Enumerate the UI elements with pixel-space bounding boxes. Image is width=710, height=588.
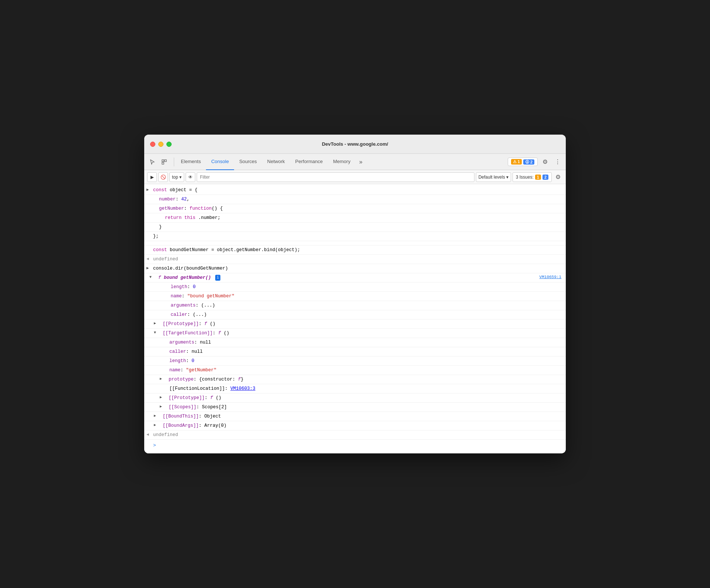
tree-arguments: arguments: (...) xyxy=(144,301,566,310)
svg-rect-2 xyxy=(162,162,164,164)
devtools-tab-bar: Elements Console Sources Network Perform… xyxy=(144,154,566,170)
prompt-arrow: > xyxy=(153,442,156,450)
tree-tf-caller: caller: null xyxy=(144,347,566,356)
live-expressions-btn[interactable]: 👁 xyxy=(186,172,195,182)
output-undefined-2: ◀ undefined xyxy=(144,430,566,440)
console-toolbar: ▶ 🚫 top ▾ 👁 Default levels ▾ 3 Issues: 1… xyxy=(144,170,566,184)
issues-warning-count: 1 xyxy=(535,175,541,180)
tree-boundthis: [[BoundThis]]: Object xyxy=(144,412,566,421)
maximize-button[interactable] xyxy=(166,142,172,147)
tab-elements[interactable]: Elements xyxy=(176,154,206,170)
tree-caller: caller: (...) xyxy=(144,310,566,320)
cursor-icon xyxy=(149,159,155,165)
tf-prototype-triangle[interactable] xyxy=(160,376,164,382)
code-content-3: getNumber: function() { xyxy=(153,205,563,212)
log-levels-selector[interactable]: Default levels ▾ xyxy=(476,172,511,182)
tab-network[interactable]: Network xyxy=(262,154,290,170)
tree-targetfunction-content: [[TargetFunction]]: f () xyxy=(158,330,563,337)
tree-tf-proto2-content: [[Prototype]]: f () xyxy=(163,394,563,402)
console-settings-btn[interactable]: ⚙ xyxy=(553,172,563,182)
close-button[interactable] xyxy=(150,142,155,147)
tree-tf-prototype-content: prototype: {constructor: f} xyxy=(163,376,563,383)
tree-length-content: length: 0 xyxy=(163,283,563,291)
tf-scopes-triangle[interactable] xyxy=(160,404,164,410)
tab-performance[interactable]: Performance xyxy=(290,154,328,170)
code-content-6: }; xyxy=(153,233,563,240)
tab-sources[interactable]: Sources xyxy=(234,154,262,170)
consoledir-content: console.dir(boundGetNunmer) xyxy=(153,265,563,272)
tree-tf-name-content: name: "getNumber" xyxy=(169,366,563,374)
filter-input[interactable] xyxy=(197,172,474,182)
tree-caller-content: caller: (...) xyxy=(163,311,563,318)
minimize-button[interactable] xyxy=(158,142,163,147)
tree-tf-arguments-content: arguments: null xyxy=(169,339,563,346)
tree-tf-prototype: prototype: {constructor: f} xyxy=(144,375,566,384)
more-tabs-button[interactable]: » xyxy=(356,157,366,167)
blank-entry xyxy=(144,241,566,246)
tree-name-content: name: "bound getNumber" xyxy=(163,293,563,300)
svg-rect-0 xyxy=(162,160,164,162)
code-content-2: number: 42, xyxy=(153,196,563,203)
tree-name: name: "bound getNumber" xyxy=(144,292,566,301)
warning-badge: ⚠ 1 xyxy=(511,159,522,165)
tree-root-entry: f bound getNumber() i VM10659:1 xyxy=(144,273,566,283)
code-entry-bind: const boundGetNunmer = object.getNumber.… xyxy=(144,246,566,255)
tree-boundargs: [[BoundArgs]]: Array(0) xyxy=(144,421,566,430)
prototype-triangle[interactable] xyxy=(154,321,158,327)
tf-proto2-triangle[interactable] xyxy=(160,395,164,401)
code-content-4: return this .number; xyxy=(153,214,563,222)
more-options-btn[interactable]: ⋮ xyxy=(552,157,563,167)
issues-badge[interactable]: ⚠ 1 🛈 2 xyxy=(508,158,538,166)
console-output: const object = { number: 42, getNumber: … xyxy=(144,184,566,453)
tree-tf-funclocation-content: [[FunctionLocation]]: VM10603:3 xyxy=(169,385,563,392)
run-script-btn[interactable]: ▶ xyxy=(147,172,157,182)
tree-prototype-content: [[Prototype]]: f () xyxy=(158,320,563,328)
context-selector[interactable]: top ▾ xyxy=(169,172,184,182)
tree-tf-caller-content: caller: null xyxy=(169,348,563,355)
code-content-bind: const boundGetNunmer = object.getNumber.… xyxy=(153,246,563,254)
tab-actions: ⚠ 1 🛈 2 ⚙ ⋮ xyxy=(508,157,563,167)
code-entry-3: getNumber: function() { xyxy=(144,204,566,213)
inspect-icon xyxy=(161,159,167,165)
console-prompt[interactable]: > xyxy=(144,440,566,452)
window-title: DevTools - www.google.com/ xyxy=(322,141,388,147)
output-undefined-1: ◀ undefined xyxy=(144,255,566,264)
boundargs-triangle[interactable] xyxy=(154,422,158,428)
tree-tf-length: length: 0 xyxy=(144,356,566,366)
output-arrow-1: ◀ xyxy=(146,256,149,263)
tab-icon-group xyxy=(147,157,169,167)
settings-icon-btn[interactable]: ⚙ xyxy=(540,157,550,167)
code-content-5: } xyxy=(153,223,563,231)
boundthis-triangle[interactable] xyxy=(154,413,158,419)
targetfunc-triangle[interactable] xyxy=(154,330,158,336)
tree-tf-scopes: [[Scopes]]: Scopes[2] xyxy=(144,403,566,412)
code-entry-2: number: 42, xyxy=(144,195,566,204)
traffic-lights xyxy=(150,142,172,147)
issues-button[interactable]: 3 Issues: 1 2 xyxy=(513,172,552,182)
tab-console[interactable]: Console xyxy=(206,154,234,170)
inspect-icon-btn[interactable] xyxy=(159,157,169,167)
code-entry-6: }; xyxy=(144,232,566,241)
vm-link-1[interactable]: VM10659:1 xyxy=(540,274,561,281)
funclocation-link[interactable]: VM10603:3 xyxy=(230,386,256,391)
output-content-2: undefined xyxy=(153,431,563,439)
tree-length: length: 0 xyxy=(144,283,566,292)
tree-root-content: f bound getNumber() i xyxy=(153,274,563,281)
tree-targetfunction: [[TargetFunction]]: f () xyxy=(144,329,566,338)
tree-root-triangle[interactable] xyxy=(149,274,154,280)
info-badge: 🛈 2 xyxy=(523,159,534,165)
tree-tf-arguments: arguments: null xyxy=(144,338,566,347)
expand-arrow-1[interactable] xyxy=(146,187,149,193)
cursor-icon-btn[interactable] xyxy=(147,157,158,167)
titlebar: DevTools - www.google.com/ xyxy=(144,135,566,154)
tab-memory[interactable]: Memory xyxy=(328,154,356,170)
tab-separator xyxy=(174,158,174,166)
code-entry-5: } xyxy=(144,223,566,232)
expand-arrow-dir[interactable] xyxy=(146,265,149,272)
tree-tf-length-content: length: 0 xyxy=(169,357,563,365)
tree-tf-funclocation: [[FunctionLocation]]: VM10603:3 xyxy=(144,384,566,393)
tree-tf-scopes-content: [[Scopes]]: Scopes[2] xyxy=(163,403,563,411)
clear-console-btn[interactable]: 🚫 xyxy=(158,172,168,182)
tree-tf-name: name: "getNumber" xyxy=(144,366,566,375)
info-icon[interactable]: i xyxy=(215,275,220,281)
